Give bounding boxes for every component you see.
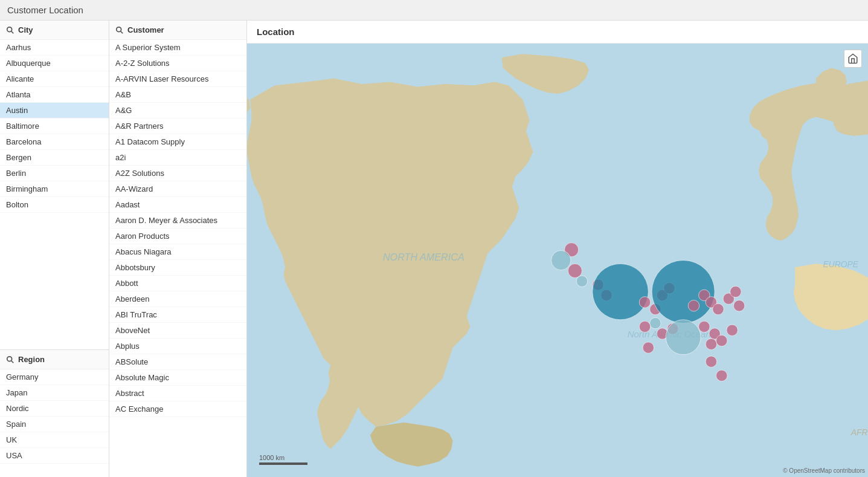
region-panel-header: Region xyxy=(0,350,109,369)
list-item[interactable]: Albuquerque xyxy=(0,56,109,71)
list-item[interactable]: ABSolute xyxy=(109,354,246,370)
list-item[interactable]: Nordic xyxy=(0,401,109,417)
list-item[interactable]: Aadast xyxy=(109,197,246,213)
home-icon xyxy=(847,53,858,64)
list-item[interactable]: Germany xyxy=(0,369,109,385)
search-icon-customer xyxy=(115,26,124,34)
list-item[interactable]: Barcelona xyxy=(0,134,109,150)
list-item[interactable]: Bergen xyxy=(0,150,109,166)
city-panel: City AarhusAlbuquerqueAlicanteAtlantaAus… xyxy=(0,21,109,350)
svg-line-1 xyxy=(11,31,14,33)
left-panels: City AarhusAlbuquerqueAlicanteAtlantaAus… xyxy=(0,21,109,477)
map-header: Location xyxy=(247,21,868,44)
list-item[interactable]: Aarhus xyxy=(0,40,109,56)
region-panel: Region GermanyJapanNordicSpainUKUSA xyxy=(0,350,109,477)
map-attribution: © OpenStreetMap contributors xyxy=(783,467,865,474)
list-item[interactable]: AC Exchange xyxy=(109,401,246,417)
svg-text:North Atlantic Ocean: North Atlantic Ocean xyxy=(628,329,711,339)
customer-label: Customer xyxy=(127,25,164,34)
main-content: City AarhusAlbuquerqueAlicanteAtlantaAus… xyxy=(0,21,868,477)
list-item[interactable]: USA xyxy=(0,448,109,464)
svg-point-2 xyxy=(7,356,12,361)
svg-text:AFRICA: AFRICA xyxy=(850,427,868,437)
scale-bar xyxy=(259,462,307,465)
svg-text:EUROPE: EUROPE xyxy=(823,259,858,269)
svg-text:NORTH AMERICA: NORTH AMERICA xyxy=(383,251,465,262)
list-item[interactable]: AboveNet xyxy=(109,323,246,339)
map-container[interactable]: NORTH AMERICA North Atlantic Ocean EUROP… xyxy=(247,44,868,477)
search-icon-region xyxy=(6,355,14,364)
svg-line-3 xyxy=(11,360,14,363)
list-item[interactable]: Abbotsbury xyxy=(109,260,246,276)
search-icon xyxy=(6,26,14,34)
list-item[interactable]: Japan xyxy=(0,385,109,401)
list-item[interactable]: Abplus xyxy=(109,339,246,354)
list-item[interactable]: Abacus Niagara xyxy=(109,244,246,260)
list-item[interactable]: Alicante xyxy=(0,71,109,87)
list-item[interactable]: Berlin xyxy=(0,166,109,181)
list-item[interactable]: Absolute Magic xyxy=(109,370,246,386)
list-item[interactable]: UK xyxy=(0,432,109,448)
list-item[interactable]: Spain xyxy=(0,417,109,432)
map-panel: Location xyxy=(247,21,868,477)
list-item[interactable]: Aaron D. Meyer & Associates xyxy=(109,213,246,229)
list-item[interactable]: A2Z Solutions xyxy=(109,166,246,181)
city-label: City xyxy=(18,25,33,34)
city-panel-header: City xyxy=(0,21,109,40)
list-item[interactable]: a2i xyxy=(109,150,246,166)
home-button[interactable] xyxy=(844,50,862,68)
list-item[interactable]: A-2-Z Solutions xyxy=(109,56,246,71)
list-item[interactable]: Abbott xyxy=(109,276,246,291)
list-item[interactable]: Abstract xyxy=(109,386,246,401)
app: Customer Location City AarhusAlbuquerque… xyxy=(0,0,868,477)
list-item[interactable]: Aaron Products xyxy=(109,229,246,244)
scale-label: 1000 km xyxy=(259,454,285,461)
customer-panel: Customer A Superior SystemA-2-Z Solution… xyxy=(109,21,247,477)
city-list[interactable]: AarhusAlbuquerqueAlicanteAtlantaAustinBa… xyxy=(0,40,109,349)
map-scale: 1000 km xyxy=(259,454,307,465)
region-list[interactable]: GermanyJapanNordicSpainUKUSA xyxy=(0,369,109,477)
list-item[interactable]: ABI TruTrac xyxy=(109,307,246,323)
list-item[interactable]: Austin xyxy=(0,103,109,118)
list-item[interactable]: A&G xyxy=(109,103,246,118)
list-item[interactable]: A&R Partners xyxy=(109,118,246,134)
list-item[interactable]: Baltimore xyxy=(0,118,109,134)
svg-line-5 xyxy=(121,31,123,33)
map-svg: NORTH AMERICA North Atlantic Ocean EUROP… xyxy=(247,44,868,477)
list-item[interactable]: A1 Datacom Supply xyxy=(109,134,246,150)
list-item[interactable]: Aberdeen xyxy=(109,291,246,307)
page-title: Customer Location xyxy=(0,0,868,21)
list-item[interactable]: Atlanta xyxy=(0,87,109,103)
customer-list[interactable]: A Superior SystemA-2-Z SolutionsA-ARVIN … xyxy=(109,40,246,477)
list-item[interactable]: Bolton xyxy=(0,197,109,213)
customer-panel-header: Customer xyxy=(109,21,246,40)
svg-point-0 xyxy=(7,27,12,31)
list-item[interactable]: AA-Wizard xyxy=(109,181,246,197)
list-item[interactable]: A&B xyxy=(109,87,246,103)
list-item[interactable]: A-ARVIN Laser Resources xyxy=(109,71,246,87)
list-item[interactable]: A Superior System xyxy=(109,40,246,56)
list-item[interactable]: Birmingham xyxy=(0,181,109,197)
svg-point-4 xyxy=(117,27,121,31)
region-label: Region xyxy=(18,355,45,364)
